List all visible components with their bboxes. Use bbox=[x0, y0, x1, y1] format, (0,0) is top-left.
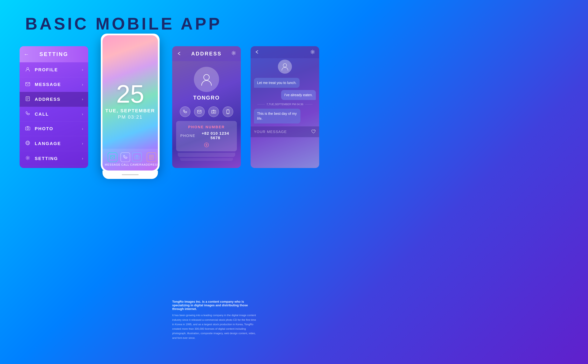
message-nav-icon bbox=[108, 152, 117, 162]
chat-bubble-received-1: Let me treat you to lunch. bbox=[254, 78, 300, 88]
company-description: It has been growing into a leading compa… bbox=[172, 313, 256, 340]
svg-point-30 bbox=[312, 51, 313, 53]
address-icon bbox=[25, 96, 31, 102]
add-phone-btn[interactable] bbox=[180, 142, 233, 147]
chevron-icon: › bbox=[82, 97, 83, 102]
chat-avatar-area bbox=[251, 58, 319, 74]
language-icon bbox=[25, 141, 31, 146]
contact-avatar bbox=[194, 67, 219, 92]
phone-number-card-title: PHONE NUMBER bbox=[180, 125, 233, 129]
chat-settings-icon[interactable] bbox=[310, 50, 315, 55]
chat-bubble-sent-1: I've already eaten. bbox=[281, 90, 316, 100]
sidebar-item-photo[interactable]: PHOTO › bbox=[19, 122, 88, 136]
address-header: ADDRESS bbox=[172, 46, 241, 61]
time-text: PM 03:21 bbox=[118, 114, 143, 120]
address-nav-icon bbox=[147, 152, 156, 162]
svg-point-11 bbox=[27, 157, 28, 159]
svg-point-14 bbox=[136, 157, 138, 158]
svg-rect-22 bbox=[212, 110, 216, 113]
svg-point-20 bbox=[204, 74, 209, 80]
home-indicator bbox=[122, 174, 139, 175]
sidebar-item-message[interactable]: MESSAGE › bbox=[19, 77, 88, 92]
contact-name: TONGRO bbox=[193, 95, 220, 101]
camera-nav-label: CAMERA bbox=[130, 163, 144, 166]
svg-point-25 bbox=[228, 113, 228, 114]
chevron-icon: › bbox=[82, 156, 83, 161]
home-phone-panel: 25 TUE, SEPTEMBER PM 03:21 MESSAGE bbox=[101, 34, 160, 172]
photo-icon bbox=[25, 126, 31, 131]
chat-timestamp: 7,TUE,SEPTEMBER PM 04:36 bbox=[266, 103, 303, 106]
setting-header: ← SETTING bbox=[19, 46, 88, 62]
call-icon bbox=[25, 111, 31, 117]
contact-camera-btn[interactable] bbox=[208, 106, 219, 117]
sidebar-item-address[interactable]: ADDRESS › bbox=[19, 92, 88, 107]
sidebar-item-profile[interactable]: PROFILE › bbox=[19, 62, 88, 77]
phone-value: +82 010 1234 5678 bbox=[198, 131, 233, 140]
svg-rect-21 bbox=[198, 110, 201, 113]
contact-actions bbox=[172, 106, 241, 117]
call-nav-label: CALL bbox=[121, 163, 129, 166]
setting-label: SETTING bbox=[35, 156, 82, 161]
footer: TongRo Images Inc. is a content company … bbox=[172, 300, 256, 340]
camera-nav-icon bbox=[132, 152, 142, 162]
chat-input-area[interactable]: YOUR MESSAGE bbox=[251, 126, 319, 137]
chat-panel: Let me treat you to lunch. I've already … bbox=[251, 46, 319, 168]
gear-icon bbox=[25, 156, 31, 162]
date-number: 25 bbox=[116, 81, 144, 107]
date-text: TUE, SEPTEMBER bbox=[105, 108, 155, 113]
svg-rect-13 bbox=[135, 156, 139, 159]
chat-divider: 7,TUE,SEPTEMBER PM 04:36 bbox=[254, 102, 316, 106]
chat-messages: Let me treat you to lunch. I've already … bbox=[251, 75, 319, 126]
message-nav-item[interactable]: MESSAGE bbox=[105, 152, 121, 166]
address-nav-item[interactable]: ADDRESS bbox=[144, 152, 158, 166]
chat-avatar bbox=[278, 60, 292, 74]
address-settings-icon[interactable] bbox=[231, 51, 236, 57]
message-icon bbox=[25, 82, 31, 87]
chat-send-icon[interactable] bbox=[311, 129, 316, 135]
svg-point-23 bbox=[213, 111, 214, 113]
home-screen-content: 25 TUE, SEPTEMBER PM 03:21 bbox=[103, 52, 158, 149]
call-label: CALL bbox=[35, 111, 82, 117]
contact-avatar-area: TONGRO bbox=[172, 61, 241, 104]
call-nav-icon bbox=[121, 152, 130, 162]
phone-label: PHONE bbox=[180, 134, 195, 138]
camera-nav-item[interactable]: CAMERA bbox=[130, 152, 144, 166]
sidebar-item-call[interactable]: CALL › bbox=[19, 107, 88, 122]
back-icon[interactable]: ← bbox=[24, 51, 29, 57]
svg-point-19 bbox=[233, 52, 234, 54]
chevron-icon: › bbox=[82, 112, 83, 116]
language-label: LANGAGE bbox=[35, 141, 82, 146]
address-back-icon[interactable] bbox=[177, 51, 182, 57]
svg-point-0 bbox=[27, 67, 29, 69]
setting-title: SETTING bbox=[39, 51, 68, 57]
svg-rect-6 bbox=[26, 127, 30, 130]
sidebar-item-language[interactable]: LANGAGE › bbox=[19, 136, 88, 151]
chat-back-icon[interactable] bbox=[255, 50, 259, 54]
chevron-icon: › bbox=[82, 127, 83, 131]
profile-label: PROFILE bbox=[35, 67, 82, 72]
phone-bottom-bar: MESSAGE CALL CAMERA bbox=[103, 149, 158, 170]
address-nav-label: ADDRESS bbox=[144, 163, 158, 166]
svg-point-31 bbox=[283, 64, 287, 67]
home-bar bbox=[103, 170, 158, 179]
sidebar-item-setting[interactable]: SETTING › bbox=[19, 151, 88, 166]
call-nav-item[interactable]: CALL bbox=[121, 152, 130, 166]
chevron-icon: › bbox=[82, 67, 83, 72]
svg-rect-12 bbox=[110, 156, 115, 159]
profile-icon bbox=[25, 67, 31, 73]
phone-screen: 25 TUE, SEPTEMBER PM 03:21 MESSAGE bbox=[103, 35, 158, 170]
page-title: BASIC MOBILE APP bbox=[25, 14, 222, 33]
message-nav-label: MESSAGE bbox=[105, 163, 121, 166]
contact-phone-btn[interactable] bbox=[223, 106, 233, 117]
message-label: MESSAGE bbox=[35, 82, 82, 87]
chevron-icon: › bbox=[82, 82, 83, 87]
contact-call-btn[interactable] bbox=[180, 106, 190, 117]
setting-panel: ← SETTING PROFILE › MESSAGE › bbox=[19, 46, 88, 168]
photo-label: PHOTO bbox=[35, 126, 82, 131]
contact-message-btn[interactable] bbox=[194, 106, 205, 117]
chat-input-placeholder[interactable]: YOUR MESSAGE bbox=[254, 130, 309, 134]
chat-bubble-received-2: This is the best day of my life. bbox=[254, 109, 300, 124]
chat-header bbox=[251, 46, 319, 58]
address-panel: ADDRESS TONGRO bbox=[172, 46, 241, 168]
phone-number-card: PHONE NUMBER PHONE +82 010 1234 5678 bbox=[176, 121, 237, 151]
